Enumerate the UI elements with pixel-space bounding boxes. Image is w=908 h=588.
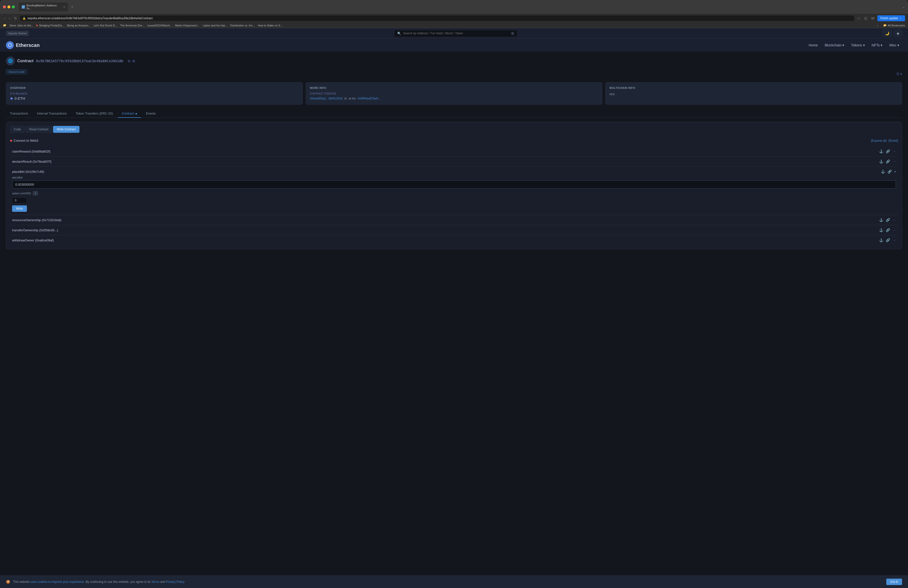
bookmark-folder-icon[interactable]: 📁 <box>3 24 6 27</box>
function-3-link-icon[interactable]: 🔗 <box>887 169 892 174</box>
function-6-header: withdrawOwner (0xa8ce09af) ⚓ 🔗 → <box>12 238 896 242</box>
browser-window: 🔗 BondingMarket | Address 0x... ✕ + ⌄ ‹ … <box>0 0 908 28</box>
forward-button[interactable]: › <box>8 15 11 21</box>
write-button[interactable]: Write <box>12 205 27 212</box>
refresh-button[interactable]: ↻ <box>13 15 18 21</box>
function-6-link-icon[interactable]: 🔗 <box>886 238 890 242</box>
privacy-policy-link[interactable]: Privacy Policy. <box>166 580 185 583</box>
bookmarks-overflow[interactable]: » <box>877 24 878 27</box>
tab-transactions[interactable]: Transactions <box>6 110 32 118</box>
function-2-link-icon[interactable]: 🔗 <box>886 159 890 163</box>
expand-all-button[interactable]: [Expand all] <box>871 139 887 142</box>
bookmark-5[interactable]: susanli2016/Machi... <box>147 24 172 27</box>
function-5-arrow-icon[interactable]: → <box>892 228 896 232</box>
minimize-button[interactable] <box>7 5 10 8</box>
lock-icon: 🔒 <box>23 17 26 20</box>
bookmark-4[interactable]: The American-Dre... <box>120 24 144 27</box>
function-4-anchor-icon[interactable]: ⚓ <box>879 218 883 222</box>
function-item-1: claimReward (0xb88a802f) ⚓ 🔗 → <box>10 147 898 156</box>
address-bar[interactable]: 🔒 sepolia.etherscan.io/address/0x9b7b63a… <box>20 16 854 21</box>
function-2-name: declareResult (0x76ea837f) <box>12 160 52 163</box>
bookmark-2[interactable]: Being an Amazon... <box>67 24 90 27</box>
tab-close-button[interactable]: ✕ <box>63 6 65 8</box>
function-6-anchor-icon[interactable]: ⚓ <box>879 238 883 242</box>
bookmark-6[interactable]: Martin Kleppmann'... <box>175 24 200 27</box>
svg-text:🌐: 🌐 <box>8 58 13 63</box>
function-3-anchor-icon[interactable]: ⚓ <box>881 169 885 174</box>
nav-misc[interactable]: Misc ▾ <box>886 42 902 48</box>
new-tab-button[interactable]: + <box>69 4 75 10</box>
nav-tokens[interactable]: Tokens ▾ <box>848 42 868 48</box>
bookmark-8-label: Distribution vs. Inn... <box>230 24 255 27</box>
tab-internal-transactions[interactable]: Internal Transactions <box>33 110 71 118</box>
got-it-button[interactable]: Got it! <box>886 578 902 585</box>
nav-home[interactable]: Home <box>806 42 821 48</box>
bookmark-8[interactable]: Distribution vs. Inn... <box>230 24 255 27</box>
search-bar[interactable]: 🔍 / <box>394 30 517 37</box>
tab-events[interactable]: Events <box>142 110 159 118</box>
reset-button[interactable]: [Reset] <box>889 139 898 142</box>
option-add-button[interactable]: + <box>33 191 38 195</box>
terms-link[interactable]: Terms <box>151 580 159 583</box>
app-container: Sepolia Testnet 🔍 / 🌙 ◆ ⬡ Etherscan Home… <box>0 28 908 588</box>
bookmark-7[interactable]: Lipton and his Imp... <box>203 24 227 27</box>
option-value-input[interactable] <box>12 198 27 203</box>
bookmark-1-label: Sledging Preda/Da... <box>39 24 64 27</box>
share-button[interactable]: ⊡ <box>863 15 868 21</box>
creator-address-link[interactable]: 0x0ee805a2...6bf41252d <box>310 97 343 100</box>
tab-transactions-label: Transactions <box>10 111 28 115</box>
nav-blockchain[interactable]: Blockchain ▾ <box>822 42 847 48</box>
tab-internal-transactions-label: Internal Transactions <box>37 111 67 115</box>
connect-web3-left: Connect to Web3 <box>10 139 38 142</box>
function-6-arrow-icon[interactable]: → <box>892 238 896 242</box>
qr-code-button[interactable]: ⊞ <box>132 59 135 63</box>
back-button[interactable]: ‹ <box>3 15 6 21</box>
function-1-arrow-icon[interactable]: → <box>892 149 896 153</box>
active-tab[interactable]: 🔗 BondingMarket | Address 0x... ✕ <box>19 2 68 11</box>
placebet-value-input[interactable] <box>12 180 896 188</box>
multichain-card: Multichain Info N/A <box>605 82 902 105</box>
copy-address-button[interactable]: ⧉ <box>128 59 130 63</box>
theme-toggle-button[interactable]: 🌙 <box>882 30 892 37</box>
connect-web3-label[interactable]: Connect to Web3 <box>14 139 38 142</box>
finish-update-label: Finish update <box>881 16 898 20</box>
function-2-anchor-icon[interactable]: ⚓ <box>879 159 883 163</box>
eth-icon-button[interactable]: ◆ <box>894 30 902 37</box>
finish-update-button[interactable]: Finish update ⋮ <box>877 15 905 21</box>
function-5-anchor-icon[interactable]: ⚓ <box>879 228 883 232</box>
function-3-header: placeBet (0x10fe7c48) ⚓ 🔗 ▾ <box>12 169 896 174</box>
search-input[interactable] <box>403 32 509 35</box>
function-3-chevron-icon[interactable]: ▾ <box>894 169 896 174</box>
tab-contract[interactable]: Contract <box>118 110 141 118</box>
tab-token-transfers[interactable]: Token Transfers (ERC-20) <box>72 110 117 118</box>
browser-dropdown-button[interactable]: ⌄ <box>902 5 905 9</box>
maximize-button[interactable] <box>12 5 15 8</box>
function-5-link-icon[interactable]: 🔗 <box>886 228 890 232</box>
function-1-anchor-icon[interactable]: ⚓ <box>879 149 883 153</box>
bookmark-1-icon: ▶ <box>36 24 38 27</box>
sub-tab-code[interactable]: Code <box>10 126 25 133</box>
option-param-label: option (uint256) <box>12 192 31 195</box>
function-4-link-icon[interactable]: 🔗 <box>886 218 890 222</box>
function-4-arrow-icon[interactable]: → <box>892 218 896 222</box>
bookmark-3[interactable]: Let's Not Dumb D... <box>93 24 117 27</box>
function-1-link-icon[interactable]: 🔗 <box>886 149 890 153</box>
bookmark-9[interactable]: How to Stake on S... <box>258 24 283 27</box>
sub-tab-write-contract[interactable]: Write Contract <box>53 126 79 133</box>
cookie-link-1[interactable]: uses cookies to improve your experience. <box>31 580 85 583</box>
star-button[interactable]: ☆ <box>856 15 861 21</box>
bookmark-1[interactable]: ▶ Sledging Preda/Da... <box>36 24 64 27</box>
address-bar-actions: ☆ ⊡ W Finish update ⋮ <box>856 15 905 21</box>
bookmark-0[interactable]: Steve Jobs on the... <box>10 24 33 27</box>
close-button[interactable] <box>3 5 6 8</box>
disconnect-dot <box>10 140 12 142</box>
txn-hash-link[interactable]: 0x8f68aa87be6... <box>358 97 381 100</box>
extensions-button[interactable]: W <box>870 15 876 21</box>
function-2-arrow-icon[interactable]: → <box>892 159 896 163</box>
content-area: 🌐 Contract 0x9b7B63A5f76c9592BbDCA7eaCde… <box>0 52 908 254</box>
copy-creator-icon[interactable]: ⧉ <box>345 97 347 100</box>
sub-tab-read-contract[interactable]: Read Contract <box>26 126 52 133</box>
list-view-button[interactable]: ☰ ▾ <box>897 72 902 76</box>
nav-nfts[interactable]: NFTs ▾ <box>869 42 885 48</box>
all-bookmarks[interactable]: 📂 All Bookmarks <box>883 24 905 27</box>
